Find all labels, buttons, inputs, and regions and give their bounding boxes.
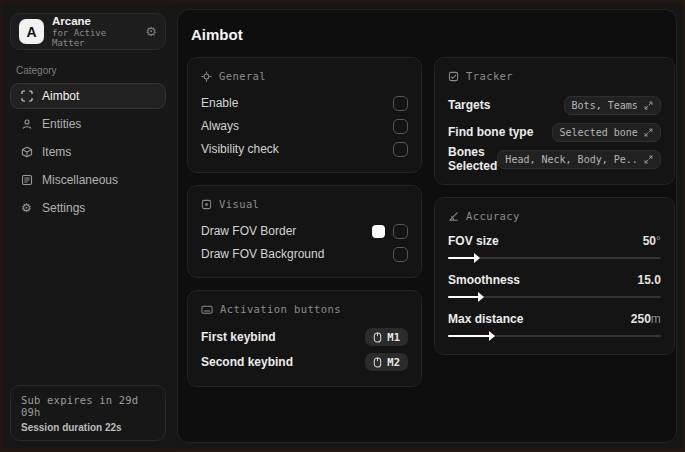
brand-subtitle: for Active Matter: [52, 28, 137, 49]
sidebar-item-entities[interactable]: Entities: [10, 111, 166, 137]
setting-label: Draw FOV Border: [201, 224, 296, 238]
unit-label: m: [651, 312, 661, 326]
setting-group-max-distance: Max distance 250m: [448, 310, 661, 340]
category-label: Category: [16, 65, 160, 76]
slider-thumb[interactable]: [474, 253, 480, 263]
setting-row-second-keybind: Second keybind M2: [201, 350, 408, 374]
slider-thumb[interactable]: [478, 292, 484, 302]
crosshair-scan-icon: [20, 90, 33, 103]
gear-icon: ⚙: [20, 202, 33, 215]
draw-fov-background-checkbox[interactable]: [393, 247, 408, 262]
setting-label: First keybind: [201, 330, 276, 344]
activation-panel: Activation buttons First keybind M1: [187, 290, 422, 387]
setting-row-first-keybind: First keybind M1: [201, 325, 408, 349]
accuracy-panel-header: Accuracy: [448, 210, 661, 222]
setting-row-always: Always: [201, 115, 408, 137]
right-column: Tracker Targets Bots, Teams Find bone ty…: [434, 57, 675, 355]
setting-label: Second keybind: [201, 355, 293, 369]
brand-text: Arcane for Active Matter: [52, 15, 137, 49]
sub-expiry-text: Sub expires in 29d 09h: [21, 394, 155, 418]
gear-icon[interactable]: ⚙: [145, 24, 157, 39]
max-distance-slider[interactable]: [448, 332, 661, 340]
slider-fill: [448, 335, 491, 337]
session-duration-text: Session duration 22s: [21, 422, 155, 433]
setting-label: Visibility check: [201, 142, 279, 156]
sidebar-spacer: [10, 223, 166, 385]
setting-row-find-bone-type: Find bone type Selected bone: [448, 119, 661, 145]
setting-label: Enable: [201, 96, 238, 110]
sidebar-item-aimbot[interactable]: Aimbot: [10, 83, 166, 109]
activation-panel-header: Activation buttons: [201, 303, 408, 315]
accuracy-panel: Accuracy FOV size 50°: [434, 197, 675, 355]
fov-border-color-swatch[interactable]: [372, 225, 385, 238]
setting-row-bones-selected: Bones Selected Head, Neck, Body, Pe..: [448, 146, 661, 172]
slider-fill: [448, 257, 476, 259]
setting-label: Always: [201, 119, 239, 133]
setting-row-draw-fov-background: Draw FOV Background: [201, 243, 408, 265]
list-panel-icon: [20, 174, 33, 187]
slider-fill: [448, 296, 480, 298]
always-checkbox[interactable]: [393, 119, 408, 134]
sidebar: A Arcane for Active Matter ⚙ Category Ai…: [2, 3, 174, 449]
fov-size-slider[interactable]: [448, 254, 661, 262]
row-controls: [372, 224, 408, 239]
setting-row-draw-fov-border: Draw FOV Border: [201, 220, 408, 242]
brand-card: A Arcane for Active Matter ⚙: [10, 13, 166, 50]
visual-panel: Visual Draw FOV Border Draw FOV Backgrou…: [187, 185, 422, 278]
targets-dropdown[interactable]: Bots, Teams: [564, 96, 661, 115]
brand-logo: A: [19, 19, 44, 44]
cube-icon: [20, 146, 33, 159]
bones-selected-dropdown[interactable]: Head, Neck, Body, Pe..: [497, 150, 660, 169]
app-window: A Arcane for Active Matter ⚙ Category Ai…: [2, 3, 683, 449]
second-keybind-button[interactable]: M2: [365, 353, 408, 371]
smoothness-slider[interactable]: [448, 293, 661, 301]
setting-label: Max distance: [448, 312, 523, 326]
expand-icon: [644, 155, 653, 164]
sidebar-item-label: Miscellaneous: [42, 173, 118, 187]
brand-name: Arcane: [52, 15, 137, 28]
square-dot-icon: [201, 199, 212, 210]
page-title: Aimbot: [191, 26, 667, 43]
slider-thumb[interactable]: [489, 331, 495, 341]
tracker-icon: [448, 71, 459, 82]
expand-icon: [644, 101, 653, 110]
sidebar-item-label: Aimbot: [42, 89, 79, 103]
mouse-icon: [373, 332, 382, 343]
sidebar-item-settings[interactable]: ⚙ Settings: [10, 195, 166, 221]
setting-label: Draw FOV Background: [201, 247, 324, 261]
sidebar-item-items[interactable]: Items: [10, 139, 166, 165]
general-panel: General Enable Always Visibility check: [187, 57, 422, 173]
panel-columns: General Enable Always Visibility check: [187, 57, 667, 387]
sidebar-item-label: Items: [42, 145, 71, 159]
setting-label: Find bone type: [448, 125, 533, 139]
subscription-card: Sub expires in 29d 09h Session duration …: [10, 385, 166, 441]
fov-size-value: 50°: [643, 234, 661, 248]
draw-fov-border-checkbox[interactable]: [393, 224, 408, 239]
tracker-panel: Tracker Targets Bots, Teams Find bone ty…: [434, 57, 675, 185]
tracker-panel-header: Tracker: [448, 70, 661, 82]
setting-row-visibility-check: Visibility check: [201, 138, 408, 160]
setting-label: Targets: [448, 98, 490, 112]
visibility-check-checkbox[interactable]: [393, 142, 408, 157]
person-radar-icon: [20, 118, 33, 131]
general-panel-header: General: [201, 70, 408, 82]
enable-checkbox[interactable]: [393, 96, 408, 111]
keyboard-icon: [201, 304, 213, 315]
setting-group-smoothness: Smoothness 15.0: [448, 271, 661, 301]
setting-group-fov-size: FOV size 50°: [448, 232, 661, 262]
mouse-icon: [373, 357, 382, 368]
main-content: Aimbot General Enable: [177, 9, 677, 443]
find-bone-type-dropdown[interactable]: Selected bone: [552, 123, 661, 142]
sidebar-item-miscellaneous[interactable]: Miscellaneous: [10, 167, 166, 193]
first-keybind-button[interactable]: M1: [365, 328, 408, 346]
unit-label: °: [656, 234, 661, 248]
setting-label: Smoothness: [448, 273, 520, 287]
left-column: General Enable Always Visibility check: [187, 57, 422, 387]
sidebar-item-label: Entities: [42, 117, 81, 131]
slider-track: [448, 257, 661, 259]
setting-row-enable: Enable: [201, 92, 408, 114]
smoothness-value: 15.0: [637, 273, 660, 287]
sidebar-item-label: Settings: [42, 201, 85, 215]
angle-icon: [448, 211, 459, 222]
expand-icon: [644, 128, 653, 137]
